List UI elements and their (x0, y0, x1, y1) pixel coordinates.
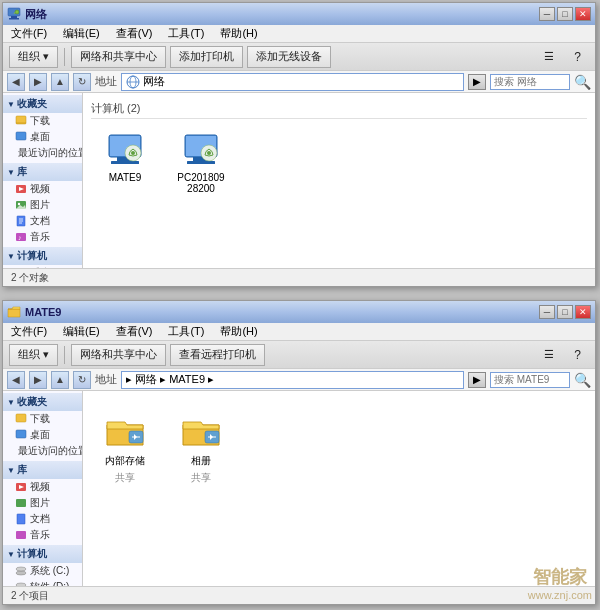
menu-file-1[interactable]: 文件(F) (7, 26, 51, 41)
up-btn-2[interactable]: ▲ (51, 371, 69, 389)
organize-btn-2[interactable]: 组织 ▾ (9, 344, 58, 366)
sidebar-download-2[interactable]: 下载 (3, 411, 82, 427)
forward-btn-1[interactable]: ▶ (29, 73, 47, 91)
content-area-1: ▼ 收藏夹 下载 桌面 最近访问的位置 ▼ (3, 93, 595, 268)
address-field-2[interactable]: ▸ 网络 ▸ MATE9 ▸ (121, 371, 464, 389)
up-btn-1[interactable]: ▲ (51, 73, 69, 91)
refresh-btn-1[interactable]: ↻ (73, 73, 91, 91)
sidebar-docs-1[interactable]: 文档 (3, 213, 82, 229)
minimize-btn-1[interactable]: ─ (539, 7, 555, 21)
file-grid-1: MATE9 PC20180928200 (91, 125, 587, 202)
view-options-2[interactable]: ☰ (536, 344, 562, 366)
docs-label-2: 文档 (30, 512, 50, 526)
menu-edit-2[interactable]: 编辑(E) (59, 324, 104, 339)
watermark-line1: 智能家 (528, 567, 592, 589)
search-icon-1[interactable]: 🔍 (574, 74, 591, 90)
computer-item-pc[interactable]: PC20180928200 (171, 129, 231, 198)
menu-tools-1[interactable]: 工具(T) (164, 26, 208, 41)
back-btn-2[interactable]: ◀ (7, 371, 25, 389)
computer-header-1[interactable]: ▼ 计算机 (3, 247, 82, 265)
add-printer-btn[interactable]: 添加打印机 (170, 46, 243, 68)
sidebar-music-1[interactable]: ♪ 音乐 (3, 229, 82, 245)
share-item-storage[interactable]: 内部存储 共享 (95, 411, 155, 489)
organize-label-1: 组织 ▾ (18, 49, 49, 64)
menu-help-1[interactable]: 帮助(H) (216, 26, 261, 41)
watermark-line2: www.znj.com (528, 589, 592, 602)
svg-point-44 (207, 151, 211, 155)
computer-icon-pc (181, 133, 221, 169)
download-label-1: 下载 (30, 114, 50, 128)
network-center-btn-1[interactable]: 网络和共享中心 (71, 46, 166, 68)
help-btn-1[interactable]: ? (566, 46, 589, 68)
video-icon-1 (15, 183, 27, 195)
maximize-btn-2[interactable]: □ (557, 305, 573, 319)
svg-rect-52 (16, 531, 26, 539)
menu-bar-2: 文件(F) 编辑(E) 查看(V) 工具(T) 帮助(H) (3, 323, 595, 341)
network-center-btn-2[interactable]: 网络和共享中心 (71, 344, 166, 366)
download-label-2: 下载 (30, 412, 50, 426)
sidebar-docs-2[interactable]: 文档 (3, 511, 82, 527)
address-go-1[interactable]: ▶ (468, 74, 486, 90)
forward-btn-2[interactable]: ▶ (29, 371, 47, 389)
sidebar-recent-1[interactable]: 最近访问的位置 (3, 145, 82, 161)
sidebar-desktop-2[interactable]: 桌面 (3, 427, 82, 443)
search-icon-2[interactable]: 🔍 (574, 372, 591, 388)
desktop-icon-1 (15, 131, 27, 143)
sidebar-video-1[interactable]: 视频 (3, 181, 82, 197)
sidebar-video-2[interactable]: 视频 (3, 479, 82, 495)
sidebar-music-2[interactable]: 音乐 (3, 527, 82, 543)
menu-view-1[interactable]: 查看(V) (112, 26, 157, 41)
view-remote-printer-label: 查看远程打印机 (179, 347, 256, 362)
title-bar-1: 网络 ─ □ ✕ (3, 3, 595, 25)
close-btn-1[interactable]: ✕ (575, 7, 591, 21)
computer-item-mate9[interactable]: MATE9 (95, 129, 155, 198)
toolbar-1: 组织 ▾ 网络和共享中心 添加打印机 添加无线设备 ☰ ? (3, 43, 595, 71)
help-btn-2[interactable]: ? (566, 344, 589, 366)
sidebar-d-drive-2[interactable]: 软件 (D:) (3, 579, 82, 586)
svg-rect-9 (16, 122, 26, 124)
sidebar-pictures-2[interactable]: 图片 (3, 495, 82, 511)
menu-view-2[interactable]: 查看(V) (112, 324, 157, 339)
svg-rect-2 (9, 18, 19, 20)
minimize-btn-2[interactable]: ─ (539, 305, 555, 319)
status-bar-1: 2 个对象 (3, 268, 595, 286)
close-btn-2[interactable]: ✕ (575, 305, 591, 319)
content-area-2: ▼ 收藏夹 下载 桌面 最近访问的位置 ▼ (3, 391, 595, 586)
favorites-header-1[interactable]: ▼ 收藏夹 (3, 95, 82, 113)
organize-btn-1[interactable]: 组织 ▾ (9, 46, 58, 68)
sidebar-c-drive-2[interactable]: 系统 (C:) (3, 563, 82, 579)
storage-name: 内部存储 (105, 454, 145, 468)
share-item-album[interactable]: 相册 共享 (171, 411, 231, 489)
menu-tools-2[interactable]: 工具(T) (164, 324, 208, 339)
sidebar-download-1[interactable]: 下载 (3, 113, 82, 129)
view-options-1[interactable]: ☰ (536, 46, 562, 68)
pictures-label-2: 图片 (30, 496, 50, 510)
address-field-1[interactable]: 网络 (121, 73, 464, 91)
svg-rect-36 (111, 161, 139, 164)
sep-1 (64, 48, 65, 66)
favorites-header-2[interactable]: ▼ 收藏夹 (3, 393, 82, 411)
menu-file-2[interactable]: 文件(F) (7, 324, 51, 339)
sidebar-desktop-1[interactable]: 桌面 (3, 129, 82, 145)
libraries-header-2[interactable]: ▼ 库 (3, 461, 82, 479)
sidebar-pictures-1[interactable]: 图片 (3, 197, 82, 213)
menu-help-2[interactable]: 帮助(H) (216, 324, 261, 339)
docs-icon-1 (15, 215, 27, 227)
menu-edit-1[interactable]: 编辑(E) (59, 26, 104, 41)
title-bar-left-2: MATE9 (7, 305, 61, 319)
address-go-2[interactable]: ▶ (468, 372, 486, 388)
back-btn-1[interactable]: ◀ (7, 73, 25, 91)
view-remote-printer-btn[interactable]: 查看远程打印机 (170, 344, 265, 366)
search-input-1[interactable] (490, 74, 570, 90)
sidebar-recent-2[interactable]: 最近访问的位置 (3, 443, 82, 459)
album-icon (181, 415, 221, 451)
add-wireless-btn[interactable]: 添加无线设备 (247, 46, 331, 68)
refresh-btn-2[interactable]: ↻ (73, 371, 91, 389)
maximize-btn-1[interactable]: □ (557, 7, 573, 21)
computer-header-2[interactable]: ▼ 计算机 (3, 545, 82, 563)
libraries-chevron-1: ▼ (7, 168, 15, 177)
favorites-section-1: ▼ 收藏夹 下载 桌面 最近访问的位置 (3, 95, 82, 161)
c-drive-icon-2 (15, 565, 27, 577)
libraries-header-1[interactable]: ▼ 库 (3, 163, 82, 181)
search-input-2[interactable] (490, 372, 570, 388)
